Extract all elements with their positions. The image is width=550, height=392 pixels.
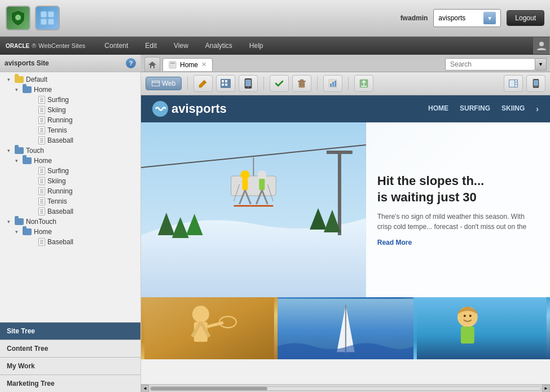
svg-rect-17 <box>225 83 227 86</box>
page-nontouch-baseball-icon <box>38 238 45 246</box>
nav-view[interactable]: View <box>166 39 196 52</box>
svg-rect-29 <box>335 81 336 87</box>
read-more-link[interactable]: Read More <box>377 239 539 246</box>
folder-home-icon <box>23 86 32 93</box>
tree-item-touch-surfing[interactable]: Surfing <box>0 166 140 176</box>
search-input[interactable] <box>445 58 535 71</box>
main-layout: avisports Site ? ▾ Default ▾ Home Surfin… <box>0 55 550 392</box>
expander-touch[interactable]: ▾ <box>5 147 12 155</box>
scroll-track[interactable] <box>150 386 541 391</box>
tree-item-touch-baseball[interactable]: Baseball <box>0 206 140 217</box>
chart-tool-button[interactable] <box>323 75 342 92</box>
touch-label: Touch <box>26 147 44 155</box>
svg-point-5 <box>539 42 544 46</box>
svg-point-76 <box>464 315 466 317</box>
svg-rect-10 <box>152 81 160 86</box>
shield-icon[interactable] <box>6 6 30 30</box>
running-label: Running <box>47 116 73 124</box>
scroll-thumb[interactable] <box>151 387 267 390</box>
site-nav-skiing[interactable]: SKIING <box>501 104 525 113</box>
svg-rect-27 <box>330 83 332 87</box>
tree-item-touch-tennis[interactable]: Tennis <box>0 196 140 206</box>
page-touch-running-icon <box>38 187 45 195</box>
page-skiing-icon <box>38 106 45 114</box>
grid-view-button[interactable] <box>504 75 523 92</box>
logout-button[interactable]: Logout <box>507 10 544 26</box>
trash-tool-button[interactable] <box>292 75 311 92</box>
home-nav-button[interactable] <box>144 57 160 72</box>
site-nav-more[interactable]: › <box>536 104 539 113</box>
edit-tool-button[interactable] <box>193 75 213 92</box>
svg-rect-16 <box>222 83 224 86</box>
check-tool-button[interactable] <box>270 75 289 92</box>
svg-rect-8 <box>170 65 175 65</box>
skiing-label: Skiing <box>47 106 66 114</box>
nav-edit[interactable]: Edit <box>137 39 165 52</box>
grid-app-icon[interactable] <box>35 6 60 30</box>
page-tab-home[interactable]: Home ✕ <box>162 58 213 71</box>
site-nav-surfing[interactable]: SURFING <box>460 104 490 113</box>
svg-point-77 <box>469 315 472 317</box>
horizontal-scrollbar: ◄ ► <box>141 384 550 392</box>
scroll-left-button[interactable]: ◄ <box>141 385 149 393</box>
toolbar-separator-3 <box>317 77 318 90</box>
search-dropdown-button[interactable]: ▼ <box>535 58 547 71</box>
site-nav-home[interactable]: HOME <box>428 104 448 113</box>
svg-rect-15 <box>225 80 227 82</box>
page-tennis-icon <box>38 126 45 134</box>
nav-analytics[interactable]: Analytics <box>197 39 240 52</box>
nontouch-label: NonTouch <box>26 218 56 226</box>
svg-rect-38 <box>534 80 538 86</box>
tree-item-touch-running[interactable]: Running <box>0 186 140 196</box>
tree-item-nontouch-baseball[interactable]: Baseball <box>0 237 140 247</box>
home-label: Home <box>34 86 52 94</box>
tree-item-surfing[interactable]: Surfing <box>0 95 140 105</box>
svg-rect-1 <box>41 11 47 17</box>
nav-help[interactable]: Help <box>241 39 271 52</box>
folder-default-icon <box>15 76 24 83</box>
tree-item-touch-home[interactable]: ▾ Home <box>0 156 140 166</box>
tab-my-work[interactable]: My Work <box>0 357 140 375</box>
tree-item-home[interactable]: ▾ Home <box>0 85 140 95</box>
page-touch-baseball-icon <box>38 208 45 215</box>
web-button[interactable]: Web <box>146 77 182 90</box>
tab-marketing-tree[interactable]: Marketing Tree <box>0 375 140 392</box>
phone-view-button[interactable] <box>526 75 545 92</box>
nav-content[interactable]: Content <box>96 39 136 52</box>
site-dropdown-arrow[interactable]: ▼ <box>483 12 496 24</box>
tab-site-tree[interactable]: Site Tree <box>0 322 140 340</box>
site-selector[interactable]: avisports ▼ <box>433 9 501 27</box>
tree-item-nontouch-home[interactable]: ▾ Home <box>0 227 140 237</box>
help-button[interactable]: ? <box>126 58 136 68</box>
tree-item-touch[interactable]: ▾ Touch <box>0 146 140 156</box>
upload-tool-button[interactable] <box>354 75 373 92</box>
tree-item-default[interactable]: ▾ Default <box>0 74 140 85</box>
user-icon-button[interactable] <box>533 37 550 54</box>
tab-close-button[interactable]: ✕ <box>201 61 206 68</box>
expander-nontouch-home[interactable]: ▾ <box>12 228 20 236</box>
mobile-tool-button[interactable] <box>239 75 258 92</box>
tree-item-running[interactable]: Running <box>0 115 140 125</box>
toolbar-separator-4 <box>348 77 349 90</box>
folder-nontouch-icon <box>15 218 24 225</box>
tree-item-tennis[interactable]: Tennis <box>0 125 140 135</box>
tree-item-touch-skiing[interactable]: Skiing <box>0 176 140 186</box>
site-name: avisports <box>438 14 480 22</box>
surfing-label: Surfing <box>47 96 69 104</box>
site-header: avisports HOME SURFING SKIING › <box>141 95 550 122</box>
tree-item-nontouch[interactable]: ▾ NonTouch <box>0 217 140 227</box>
tree-item-baseball[interactable]: Baseball <box>0 135 140 146</box>
expander-default[interactable]: ▾ <box>5 76 12 83</box>
tab-content-tree[interactable]: Content Tree <box>0 340 140 357</box>
page-touch-tennis-icon <box>38 197 45 205</box>
svg-rect-9 <box>170 67 173 67</box>
nav-items: Content Edit View Analytics Help <box>96 39 271 52</box>
expander-nontouch[interactable]: ▾ <box>5 218 12 226</box>
expander-touch-home[interactable]: ▾ <box>12 157 20 165</box>
svg-rect-19 <box>245 80 251 86</box>
tree-item-skiing[interactable]: Skiing <box>0 105 140 115</box>
contacts-tool-button[interactable] <box>216 75 235 92</box>
web-label: Web <box>162 80 175 87</box>
scroll-right-button[interactable]: ► <box>542 385 550 393</box>
expander-home[interactable]: ▾ <box>12 86 20 94</box>
